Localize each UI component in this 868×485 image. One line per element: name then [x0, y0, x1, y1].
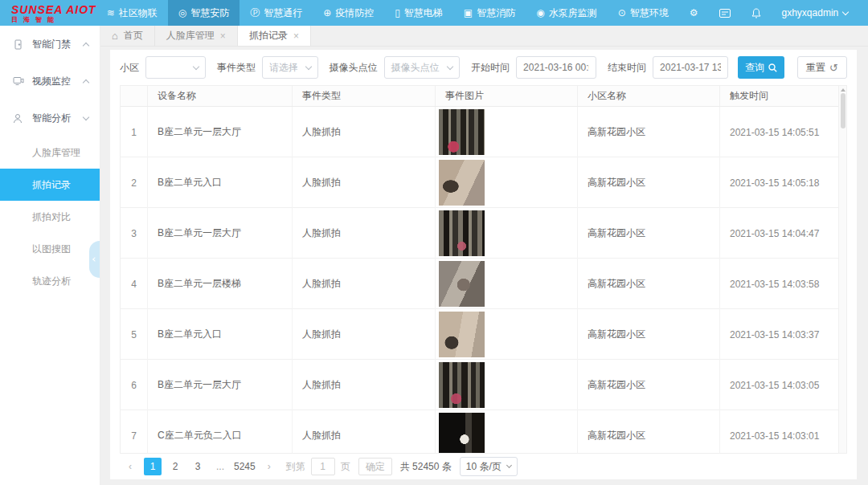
cell-community-name: 高新花园小区 [578, 410, 720, 453]
prev-page-icon[interactable]: ‹ [121, 458, 139, 475]
camera-select[interactable]: 摄像头点位 [384, 56, 461, 79]
nav-item-epidemic-control[interactable]: ⊕ 疫情防控 [313, 0, 384, 26]
camera-filter-label: 摄像头点位 [330, 61, 378, 75]
sidebar-item-label: 人脸库管理 [32, 146, 80, 160]
page-button-1[interactable]: 1 [144, 458, 162, 475]
reset-icon: ↺ [829, 62, 838, 74]
smart-environment-icon: ⊙ [618, 8, 626, 18]
tab-face-library[interactable]: 人脸库管理 × [155, 26, 238, 46]
sidebar-item-capture-compare[interactable]: 抓拍对比 [0, 201, 100, 233]
sidebar-item-capture-records[interactable]: 抓拍记录 [0, 169, 100, 201]
page-button-2[interactable]: 2 [166, 458, 184, 475]
table-row[interactable]: 6 B座二单元一层大厅 人脸抓拍 高新花园小区 2021-03-15 14:03… [121, 360, 846, 410]
sidebar-item-track-analysis[interactable]: 轨迹分析 [0, 265, 100, 297]
scrollbar-thumb[interactable] [841, 93, 845, 128]
nav-item-smart-access[interactable]: Ⓟ 智慧通行 [240, 0, 313, 26]
row-index: 3 [121, 208, 148, 259]
smart-access-icon: Ⓟ [250, 8, 260, 18]
tab-close-icon[interactable]: × [220, 31, 226, 42]
capture-snapshot[interactable] [439, 160, 485, 206]
filter-bar: 小区 事件类型 请选择 摄像头点位 摄像头点位 开始时间 [110, 50, 857, 85]
user-caret-down-icon [842, 8, 849, 14]
row-index: 5 [121, 309, 148, 360]
sidebar-group-video-monitor[interactable]: 视频监控 [0, 63, 100, 100]
sidebar-group-smart-analysis[interactable]: 智能分析 [0, 100, 100, 137]
table-row[interactable]: 2 B座二单元入口 人脸抓拍 高新花园小区 2021-03-15 14:05:1… [121, 157, 846, 208]
top-nav-menu: ≋ 社区物联 ◎ 智慧安防 Ⓟ 智慧通行 ⊕ 疫情防控 ▯ 智慧电梯 ▣ 智慧消… [96, 0, 679, 26]
brand-name: SUNSEA AIOT [11, 4, 96, 15]
table-row[interactable]: 4 B座二单元一层楼梯 人脸抓拍 高新花园小区 2021-03-15 14:03… [121, 259, 846, 309]
page-button-last[interactable]: 5245 [234, 458, 256, 475]
sidebar-group-door-access[interactable]: 智能门禁 [0, 26, 100, 63]
cell-trigger-time: 2021-03-15 14:04:47 [720, 208, 846, 259]
capture-snapshot[interactable] [439, 109, 485, 155]
cell-community-name: 高新花园小区 [578, 208, 720, 259]
message-card-icon[interactable] [709, 0, 741, 26]
capture-snapshot[interactable] [439, 261, 485, 307]
capture-snapshot[interactable] [439, 413, 485, 453]
start-time-input[interactable] [516, 56, 596, 79]
sidebar-item-label: 轨迹分析 [32, 275, 71, 288]
sidebar-item-label: 抓拍对比 [32, 210, 71, 224]
event-type-select[interactable]: 请选择 [262, 56, 318, 79]
door-access-icon [13, 39, 26, 50]
table-row[interactable]: 7 C座二单元负二入口 人脸抓拍 高新花园小区 2021-03-15 14:03… [121, 410, 846, 453]
capture-snapshot[interactable] [439, 312, 485, 357]
tab-capture-records[interactable]: 抓拍记录 × [238, 26, 311, 46]
table-header-row: 设备名称 事件类型 事件图片 小区名称 触发时间 [121, 86, 846, 107]
video-monitor-icon [13, 76, 26, 86]
cell-event-type: 人脸抓拍 [293, 309, 436, 360]
user-menu[interactable]: gxhyxqadmin [772, 7, 859, 18]
search-icon [768, 63, 777, 72]
nav-item-smart-security[interactable]: ◎ 智慧安防 [168, 0, 240, 26]
scrollbar-up-arrow-icon[interactable] [841, 88, 845, 92]
fullscreen-icon[interactable] [858, 0, 868, 26]
tab-label: 抓拍记录 [249, 29, 288, 43]
page-button-3[interactable]: 3 [189, 458, 207, 475]
table-row[interactable]: 5 B座二单元入口 人脸抓拍 高新花园小区 2021-03-15 14:03:3… [121, 309, 846, 360]
cell-event-image [436, 208, 578, 259]
cell-trigger-time: 2021-03-15 14:03:37 [720, 309, 846, 360]
end-time-input[interactable] [653, 56, 728, 79]
community-select[interactable] [145, 56, 206, 79]
sidebar-item-label: 以图搜图 [32, 243, 71, 256]
table-row[interactable]: 1 B座二单元一层大厅 人脸抓拍 高新花园小区 2021-03-15 14:05… [121, 107, 846, 157]
nav-item-smart-elevator[interactable]: ▯ 智慧电梯 [384, 0, 453, 26]
capture-snapshot[interactable] [439, 210, 485, 256]
cell-device-name: B座二单元入口 [148, 157, 293, 208]
goto-confirm-button[interactable]: 确定 [358, 458, 392, 475]
tab-label: 人脸库管理 [166, 29, 215, 43]
nav-item-smart-fire[interactable]: ▣ 智慧消防 [453, 0, 526, 26]
cell-event-image [436, 360, 578, 410]
cell-trigger-time: 2021-03-15 14:05:51 [720, 107, 846, 157]
nav-item-label: 水泵房监测 [549, 6, 597, 20]
sidebar-item-face-library[interactable]: 人脸库管理 [0, 137, 100, 169]
cell-event-type: 人脸抓拍 [293, 208, 436, 259]
cell-event-type: 人脸抓拍 [293, 259, 436, 309]
header-community-name: 小区名称 [578, 86, 720, 106]
table-row[interactable]: 3 B座二单元一层大厅 人脸抓拍 高新花园小区 2021-03-15 14:04… [121, 208, 846, 259]
tab-home[interactable]: ⌂ 首页 [100, 26, 155, 46]
nav-item-pump-room-monitor[interactable]: ◉ 水泵房监测 [526, 0, 607, 26]
goto-page-input[interactable] [311, 458, 335, 475]
settings-gear-icon[interactable]: ⚙ [679, 0, 709, 26]
sidebar-collapse-handle[interactable] [89, 241, 100, 278]
nav-item-label: 社区物联 [119, 6, 158, 20]
brand-subtitle: 日海智能 [11, 15, 96, 24]
nav-item-smart-environment[interactable]: ⊙ 智慧环境 [608, 0, 679, 26]
tab-close-icon[interactable]: × [293, 31, 299, 42]
camera-select-value: 摄像头点位 [391, 61, 442, 75]
capture-snapshot[interactable] [439, 362, 485, 408]
next-page-icon[interactable]: › [260, 458, 278, 475]
table-scrollbar[interactable] [838, 86, 846, 453]
sidebar-item-image-search[interactable]: 以图搜图 [0, 233, 100, 265]
nav-item-community-iot[interactable]: ≋ 社区物联 [96, 0, 168, 26]
notification-bell-icon[interactable] [741, 0, 772, 26]
query-button[interactable]: 查询 [738, 56, 784, 79]
reset-button[interactable]: 重置 ↺ [797, 56, 847, 79]
cell-trigger-time: 2021-03-15 14:05:18 [720, 157, 846, 208]
chevron-down-icon [506, 463, 512, 468]
page-size-select[interactable]: 10 条/页 [460, 457, 518, 476]
cell-trigger-time: 2021-03-15 14:03:58 [720, 259, 846, 309]
cell-event-type: 人脸抓拍 [293, 360, 436, 410]
